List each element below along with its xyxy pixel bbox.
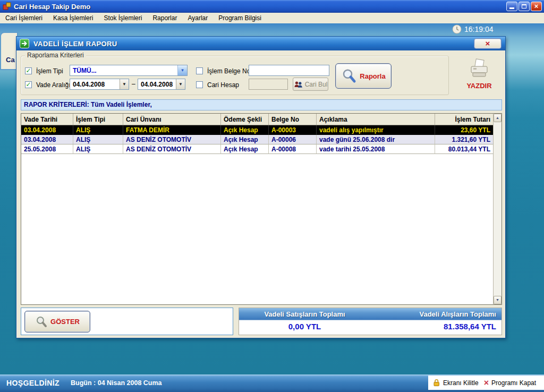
col-vade-tarihi: Vade Tarihi bbox=[21, 114, 73, 125]
table-scrollbar[interactable]: ▲ ▼ bbox=[493, 114, 502, 304]
statusbar-actions: Ekranı Kilitle × Programı Kapat bbox=[428, 376, 544, 390]
check-icon: ✓ bbox=[26, 68, 31, 74]
dialog-close-button[interactable]: × bbox=[474, 38, 502, 49]
minimize-icon bbox=[509, 7, 514, 9]
cell-belge-no: A-00006 bbox=[269, 135, 317, 144]
cell-vade-tarihi: 25.05.2008 bbox=[21, 144, 73, 154]
clock-time: 16:19:04 bbox=[464, 25, 494, 33]
date-from-picker[interactable]: 04.04.2008 ▼ bbox=[70, 79, 129, 90]
cell-cari-unvani: AS DENİZ OTOMOTİV bbox=[123, 144, 221, 154]
cell-islem-tutari: 80.013,44 YTL bbox=[435, 144, 494, 154]
islem-belge-no-checkbox[interactable] bbox=[196, 67, 203, 74]
islem-tipi-label: İşlem Tipi bbox=[36, 67, 63, 75]
dialog-titlebar: VADELİ İŞLEM RAPORU bbox=[16, 37, 505, 50]
date-to-picker[interactable]: 04.04.2008 ▼ bbox=[138, 79, 185, 90]
exit-program-label: Programı Kapat bbox=[491, 379, 536, 387]
check-icon: ✓ bbox=[26, 82, 31, 88]
cell-islem-tipi: ALIŞ bbox=[73, 144, 123, 154]
cell-islem-tipi: ALIŞ bbox=[73, 135, 123, 144]
cell-belge-no: A-00008 bbox=[269, 144, 317, 154]
goster-button[interactable]: GÖSTER bbox=[24, 311, 90, 333]
totals-values: 0,00 YTL 81.358,64 YTL bbox=[239, 320, 502, 331]
close-icon: × bbox=[534, 2, 539, 10]
window-controls: × bbox=[506, 2, 542, 11]
yazdir-button[interactable]: YAZDIR bbox=[454, 58, 504, 90]
cari-hesap-label: Cari Hesap bbox=[207, 81, 239, 89]
cari-hesap-input[interactable] bbox=[249, 79, 288, 90]
vade-araligi-checkbox[interactable]: ✓ bbox=[25, 81, 32, 88]
sales-total-label: Vadeli Satışların Toplamı bbox=[239, 308, 370, 320]
report-table: Vade Tarihi İşlem Tipi Cari Ünvanı Ödeme… bbox=[21, 113, 502, 305]
magnifier-icon bbox=[341, 68, 357, 84]
welcome-text: HOŞGELDİNİZ bbox=[6, 379, 60, 387]
cell-islem-tipi: ALIŞ bbox=[73, 125, 123, 135]
background-tab-cari[interactable]: Ca bbox=[0, 32, 18, 70]
clock-icon bbox=[452, 24, 462, 34]
dialog-title: VADELİ İŞLEM RAPORU bbox=[33, 40, 117, 48]
cell-islem-tutari: 1.321,60 YTL bbox=[435, 135, 494, 144]
background-tab-label: Ca bbox=[6, 56, 15, 64]
table-row[interactable]: 03.04.2008 ALIŞ AS DENİZ OTOMOTİV Açık H… bbox=[21, 135, 494, 144]
lock-screen-button[interactable]: Ekranı Kilitle bbox=[432, 379, 479, 387]
raporla-button[interactable]: Raporla bbox=[335, 63, 392, 89]
table-row[interactable]: 25.05.2008 ALIŞ AS DENİZ OTOMOTİV Açık H… bbox=[21, 144, 494, 154]
cell-vade-tarihi: 03.04.2008 bbox=[21, 135, 73, 144]
footer-left-panel: GÖSTER bbox=[21, 308, 233, 335]
goster-label: GÖSTER bbox=[50, 318, 80, 326]
menu-raporlar[interactable]: Raporlar bbox=[147, 13, 182, 23]
date-to-value: 04.04.2008 bbox=[138, 79, 176, 89]
purchases-total-value: 81.358,64 YTL bbox=[370, 320, 502, 331]
date-range-separator: – bbox=[132, 80, 135, 88]
chevron-down-icon[interactable]: ▼ bbox=[120, 79, 129, 89]
islem-belge-no-input[interactable] bbox=[249, 65, 329, 76]
exit-program-button[interactable]: × Programı Kapat bbox=[484, 379, 536, 387]
printer-icon bbox=[467, 58, 491, 79]
menu-stok-islemleri[interactable]: Stok İşlemleri bbox=[98, 13, 147, 23]
chevron-down-icon[interactable]: ▼ bbox=[176, 79, 185, 89]
vade-araligi-label: Vade Aralığı bbox=[36, 81, 71, 89]
magnifier-icon bbox=[35, 316, 48, 328]
lock-icon bbox=[432, 379, 440, 387]
green-arrow-icon bbox=[20, 39, 29, 48]
totals-header: Vadeli Satışların Toplamı Vadeli Alışlar… bbox=[239, 308, 502, 320]
cell-vade-tarihi: 03.04.2008 bbox=[21, 125, 73, 135]
scroll-up-icon: ▲ bbox=[496, 116, 499, 120]
menu-kasa-islemleri[interactable]: Kasa İşlemleri bbox=[48, 13, 98, 23]
table-row[interactable]: 03.04.2008 ALIŞ FATMA DEMİR Açık Hesap A… bbox=[21, 125, 494, 135]
minimize-button[interactable] bbox=[506, 2, 517, 11]
menubar: Cari İşlemleri Kasa İşlemleri Stok İşlem… bbox=[0, 13, 544, 23]
restore-icon bbox=[522, 4, 526, 8]
table-header-row: Vade Tarihi İşlem Tipi Cari Ünvanı Ödeme… bbox=[21, 114, 494, 125]
today-date-text: Bugün : 04 Nisan 2008 Cuma bbox=[71, 379, 162, 387]
scroll-down-icon: ▼ bbox=[496, 298, 499, 302]
cell-cari-unvani: AS DENİZ OTOMOTİV bbox=[123, 135, 221, 144]
yazdir-label: YAZDIR bbox=[454, 82, 504, 90]
vadeli-islem-raporu-dialog: VADELİ İŞLEM RAPORU × Raporlama Kriterle… bbox=[16, 36, 506, 338]
menu-cari-islemleri[interactable]: Cari İşlemleri bbox=[0, 13, 48, 23]
scroll-down-button[interactable]: ▼ bbox=[494, 296, 502, 304]
restore-button[interactable] bbox=[518, 2, 530, 11]
chevron-down-icon[interactable]: ▾ bbox=[177, 65, 187, 75]
cell-aciklama: vadeli alış yapılmıştır bbox=[317, 125, 435, 135]
close-button[interactable]: × bbox=[531, 2, 542, 11]
cell-islem-tutari: 23,60 YTL bbox=[435, 125, 494, 135]
app-titlebar: Cari Hesap Takip Demo × bbox=[0, 0, 544, 13]
cari-hesap-checkbox[interactable] bbox=[196, 81, 203, 88]
menu-program-bilgisi[interactable]: Program Bilgisi bbox=[213, 13, 267, 23]
cell-aciklama: vade günü 25.06.2008 dir bbox=[317, 135, 435, 144]
menu-ayarlar[interactable]: Ayarlar bbox=[182, 13, 213, 23]
col-cari-unvani: Cari Ünvanı bbox=[123, 114, 221, 125]
col-islem-tutari: İşlem Tutarı bbox=[435, 114, 494, 125]
islem-tipi-select[interactable]: TÜMÜ... ▾ bbox=[70, 65, 188, 76]
col-odeme-sekli: Ödeme Şekli bbox=[221, 114, 269, 125]
islem-tipi-checkbox[interactable]: ✓ bbox=[25, 67, 32, 74]
scroll-up-button[interactable]: ▲ bbox=[494, 114, 502, 122]
cari-bul-button[interactable]: Cari Bul bbox=[293, 78, 328, 91]
cell-odeme-sekli: Açık Hesap bbox=[221, 144, 269, 154]
raporla-label: Raporla bbox=[360, 72, 385, 80]
cari-bul-label: Cari Bul bbox=[305, 81, 328, 88]
exit-icon: × bbox=[484, 379, 489, 387]
date-from-value: 04.04.2008 bbox=[70, 79, 120, 89]
col-belge-no: Belge No bbox=[269, 114, 317, 125]
criteria-group-label: Raporlama Kriterleri bbox=[25, 52, 86, 59]
